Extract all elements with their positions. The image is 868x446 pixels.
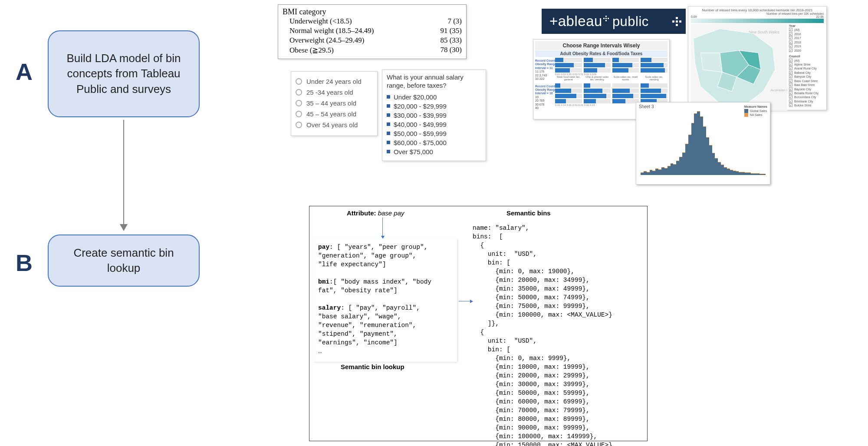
map-council-option[interactable]: ✓Alpine Shire xyxy=(789,63,824,66)
map-gradient-label: Number of missed bins per 10K scheduled xyxy=(691,12,824,15)
bullet-icon xyxy=(387,122,390,126)
radio-icon xyxy=(296,122,302,128)
bmi-row: Overweight (24.5–29.49)85 (33) xyxy=(283,36,462,45)
map-title: Number of missed bins every 10,000 sched… xyxy=(691,8,824,12)
map-filters: Year ✓(All)✓2016✓2017✓2018✓2019✓2020 Cou… xyxy=(789,24,824,111)
map-council-option[interactable]: ✓Benalla Rural City xyxy=(789,91,824,95)
hist-bars xyxy=(639,110,767,175)
arrow-right-icon xyxy=(459,301,471,301)
radio-icon xyxy=(296,111,302,117)
step-letter-a: A xyxy=(16,58,33,85)
bullet-icon xyxy=(387,113,390,117)
salary-survey-card: What is your annual salary range, before… xyxy=(382,69,486,161)
bullet-icon xyxy=(387,104,390,108)
age-option[interactable]: Under 24 years old xyxy=(296,76,373,87)
legend-swatch xyxy=(744,109,748,113)
salary-option: $20,000 - $29,999 xyxy=(387,102,481,111)
tableau-public-logo: +ableau public xyxy=(542,9,686,34)
step-box-a-text: Build LDA model of bin concepts from Tab… xyxy=(57,51,190,96)
semantic-bins-label: Semantic bins xyxy=(506,209,551,218)
bars-title: Choose Range Intervals Wisely xyxy=(535,41,667,50)
map-year-option[interactable]: ✓2018 xyxy=(789,40,824,44)
map-thumb: Number of missed bins every 10,000 sched… xyxy=(688,6,827,110)
salary-option: $30,000 - $39,999 xyxy=(387,111,481,120)
salary-option: $40,000 - $49,999 xyxy=(387,120,481,129)
bmi-table: BMI category Underweight (<18.5)7 (3) No… xyxy=(278,4,467,59)
map-year-option[interactable]: ✓2017 xyxy=(789,36,824,40)
plus-icon xyxy=(603,16,609,21)
logo-text-1: +ableau xyxy=(549,13,602,30)
bmi-row: Obese (≧29.5)78 (30) xyxy=(283,45,462,55)
map-council-option[interactable]: ✓(All) xyxy=(789,59,824,63)
step-letter-b: B xyxy=(16,249,33,276)
radio-icon xyxy=(296,78,302,85)
map-council-option[interactable]: ✓Baw Baw Shire xyxy=(789,83,824,87)
age-option[interactable]: Over 54 years old xyxy=(296,119,373,130)
salary-option: Over $75,000 xyxy=(387,147,481,156)
map-year-option[interactable]: ✓2019 xyxy=(789,44,824,48)
age-option[interactable]: 35 – 44 years old xyxy=(296,98,373,109)
attribute-label: Attribute: base pay xyxy=(347,209,404,218)
radio-icon xyxy=(296,89,302,96)
bmi-row: Normal weight (18.5–24.49)91 (35) xyxy=(283,26,462,36)
bmi-row: Underweight (<18.5)7 (3) xyxy=(283,17,462,26)
bullet-icon xyxy=(387,95,390,99)
histogram-thumb: Sheet 3 Measure Names Global Sales NA Sa… xyxy=(636,102,770,185)
hist-legend: Measure Names Global Sales NA Sales xyxy=(744,105,767,117)
bars-left-panel-2: Record Counts: Obesity Range Interval = … xyxy=(535,83,554,110)
map-color-gradient xyxy=(691,19,824,23)
legend-swatch xyxy=(744,113,748,117)
map-council-option[interactable]: ✓Brimbank City xyxy=(789,99,824,103)
bars-grid-1: 0.01 0.02 0.01 0.02 0.01 0.02 0.005 Stat… xyxy=(555,57,667,81)
salary-option: $60,000 - $75,000 xyxy=(387,138,481,147)
map-council-option[interactable]: ✓Buloke Shire xyxy=(789,103,824,107)
age-survey-card: Under 24 years old 25 -34 years old 35 –… xyxy=(291,71,378,136)
map-council-option[interactable]: ✓Bayside City xyxy=(789,87,824,91)
map-council-option[interactable]: ✓Bass Coast Shire xyxy=(789,79,824,83)
map-council-option[interactable]: ✓Banyule City xyxy=(789,75,824,79)
arrow-down-icon xyxy=(382,218,383,237)
age-option[interactable]: 45 – 54 years old xyxy=(296,109,373,119)
age-option[interactable]: 25 -34 years old xyxy=(296,87,373,98)
map-council-option[interactable]: ✓Ararat Rural City xyxy=(789,66,824,70)
radio-icon xyxy=(296,100,302,106)
step-box-a: Build LDA model of bin concepts from Tab… xyxy=(48,30,200,117)
step-box-b: Create semantic bin lookup xyxy=(48,235,200,287)
map-council-option[interactable]: ✓Ballarat City xyxy=(789,71,824,75)
semantic-bin-panel: Attribute: base pay Semantic bins pay: [… xyxy=(309,206,648,441)
step-box-b-text: Create semantic bin lookup xyxy=(57,245,190,276)
salary-option: $50,000 - $59,999 xyxy=(387,129,481,138)
bullet-icon xyxy=(387,141,390,144)
map-year-option[interactable]: ✓2016 xyxy=(789,32,824,36)
bars-left-panel-1: Record Counts: Obesity Range Interval = … xyxy=(535,57,554,81)
lookup-label: Semantic bin lookup xyxy=(341,363,404,372)
map-year-option[interactable]: ✓2020 xyxy=(789,49,824,53)
bmi-header: BMI category xyxy=(283,7,462,17)
bars-subtitle: Adult Obesity Rates & Food/Soda Taxes xyxy=(535,50,667,57)
map-council-option[interactable]: ✓Boroondara City xyxy=(789,95,824,99)
salary-question: What is your annual salary range, before… xyxy=(387,73,481,90)
bullet-icon xyxy=(387,132,390,135)
map-choropleth: New South Wales Australian Capital Terri… xyxy=(691,24,787,111)
plus-icon xyxy=(672,17,681,26)
lookup-snippet: pay: [ "years", "peer group", "generatio… xyxy=(314,238,457,362)
salary-option: Under $20,000 xyxy=(387,93,481,102)
semantic-bins-snippet: name: "salary", bins: [ { unit: "USD", b… xyxy=(473,224,612,446)
bullet-icon xyxy=(387,150,390,153)
map-year-option[interactable]: ✓(All) xyxy=(789,28,824,32)
flow-arrow xyxy=(123,120,124,225)
svg-text:Australian Capital Territory: Australian Capital Territory xyxy=(770,89,787,93)
logo-text-2: public xyxy=(612,14,649,30)
